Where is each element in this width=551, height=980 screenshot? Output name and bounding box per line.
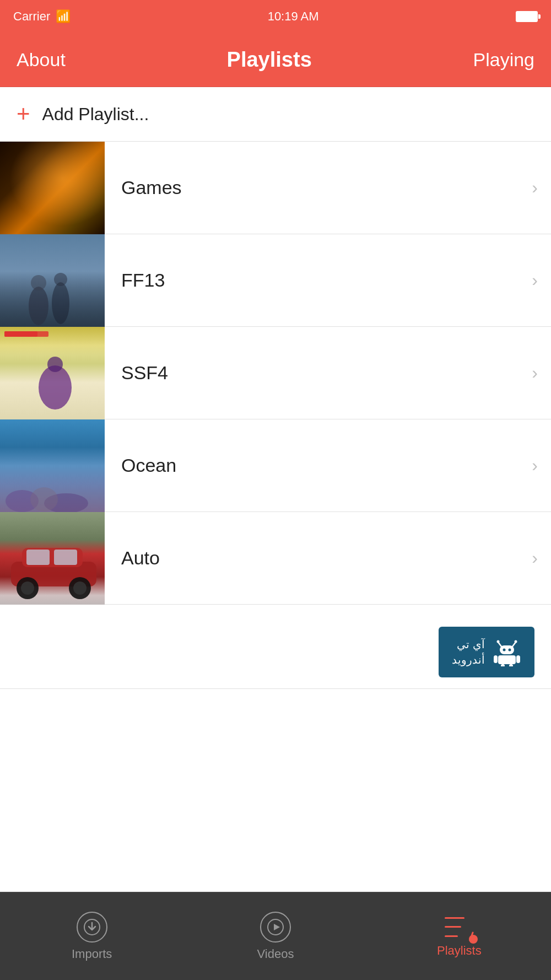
- watermark-line1: آي تي: [452, 637, 485, 652]
- chevron-auto-icon: ›: [532, 548, 551, 568]
- watermark-area: آي تي أندرويد: [0, 605, 551, 689]
- playlist-name-ssf4: SSF4: [105, 362, 532, 384]
- android-robot-icon: [493, 638, 521, 666]
- status-bar: Carrier 📶 10:19 AM: [0, 0, 551, 33]
- tab-videos[interactable]: Videos: [183, 912, 367, 961]
- svg-rect-29: [501, 664, 505, 666]
- svg-point-16: [73, 581, 87, 595]
- watermark-badge: آي تي أندرويد: [439, 627, 534, 677]
- status-left: Carrier 📶: [13, 9, 71, 24]
- tab-bar: Imports Videos Playlists: [0, 892, 551, 980]
- watermark-text: آي تي أندرويد: [452, 637, 485, 667]
- svg-point-14: [21, 581, 34, 595]
- playlist-thumb-ssf4: [0, 327, 105, 419]
- svg-point-0: [29, 287, 48, 325]
- add-icon: +: [17, 103, 30, 126]
- playlist-thumb-auto: [0, 512, 105, 605]
- playlist-thumb-ocean: [0, 419, 105, 512]
- videos-icon: [260, 912, 291, 943]
- chevron-ocean-icon: ›: [532, 455, 551, 476]
- playlist-line2: [445, 926, 461, 928]
- svg-rect-30: [509, 664, 513, 666]
- playlist-name-ocean: Ocean: [105, 455, 532, 476]
- svg-marker-34: [274, 924, 280, 930]
- content-spacer: [0, 689, 551, 810]
- playlist-item-auto[interactable]: Auto ›: [0, 512, 551, 605]
- chevron-games-icon: ›: [532, 177, 551, 198]
- about-button[interactable]: About: [17, 49, 66, 71]
- svg-rect-17: [26, 550, 50, 565]
- playlist-item-ssf4[interactable]: SSF4 ›: [0, 327, 551, 419]
- playlist-thumb-ff13: [0, 234, 105, 327]
- svg-rect-28: [516, 655, 520, 663]
- imports-icon: [77, 912, 107, 943]
- chevron-ssf4-icon: ›: [532, 363, 551, 383]
- playlist-note: [469, 935, 478, 944]
- svg-rect-23: [500, 645, 514, 654]
- playlist-item-ff13[interactable]: FF13 ›: [0, 234, 551, 327]
- nav-title: Playlists: [227, 48, 312, 72]
- battery-icon: [516, 11, 538, 22]
- tab-playlists-label: Playlists: [437, 944, 482, 958]
- svg-rect-26: [498, 655, 516, 664]
- svg-point-3: [54, 273, 67, 286]
- svg-point-2: [31, 275, 46, 290]
- svg-point-25: [509, 649, 511, 651]
- playlist-item-ocean[interactable]: Ocean ›: [0, 419, 551, 512]
- svg-rect-27: [494, 655, 498, 663]
- playlist-name-games: Games: [105, 177, 532, 198]
- svg-point-10: [30, 487, 58, 511]
- playlist-line1: [445, 917, 464, 919]
- add-playlist-row[interactable]: + Add Playlist...: [0, 87, 551, 142]
- playlist-thumb-games: [0, 142, 105, 234]
- play-icon: [267, 918, 284, 936]
- playing-button[interactable]: Playing: [473, 49, 534, 71]
- svg-rect-18: [54, 550, 77, 565]
- wifi-icon: 📶: [56, 9, 71, 24]
- svg-point-24: [503, 649, 506, 651]
- download-icon: [83, 918, 101, 936]
- playlist-name-auto: Auto: [105, 547, 532, 569]
- carrier-label: Carrier: [13, 9, 50, 24]
- playlist-list: Games › FF13 › SSF4: [0, 142, 551, 605]
- svg-rect-5: [4, 331, 37, 337]
- add-playlist-label: Add Playlist...: [42, 104, 149, 125]
- svg-point-22: [515, 640, 517, 643]
- status-right: [516, 11, 538, 22]
- playlist-line3: [445, 935, 458, 937]
- tab-imports[interactable]: Imports: [0, 912, 183, 961]
- svg-point-1: [52, 282, 69, 324]
- tab-imports-label: Imports: [72, 947, 112, 961]
- svg-point-20: [497, 640, 500, 643]
- nav-bar: About Playlists Playing: [0, 33, 551, 87]
- tab-playlists[interactable]: Playlists: [368, 915, 551, 958]
- tab-videos-label: Videos: [257, 947, 294, 961]
- chevron-ff13-icon: ›: [532, 270, 551, 290]
- watermark-line2: أندرويد: [452, 652, 485, 667]
- playlist-name-ff13: FF13: [105, 270, 532, 291]
- playlist-item-games[interactable]: Games ›: [0, 142, 551, 234]
- svg-point-7: [47, 357, 63, 372]
- time-label: 10:19 AM: [268, 9, 319, 24]
